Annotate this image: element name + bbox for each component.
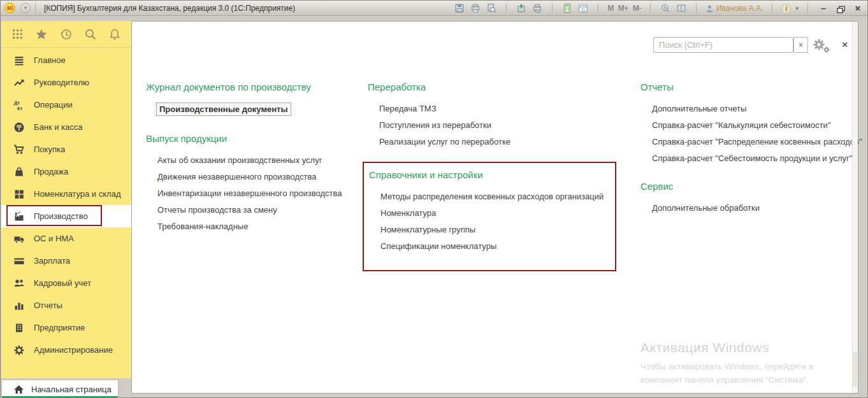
dt-kt-icon: ДтКт <box>13 99 25 111</box>
history-icon[interactable] <box>60 28 73 41</box>
panel-close-icon[interactable]: × <box>842 39 848 50</box>
divider <box>772 3 772 13</box>
search-input[interactable] <box>653 37 793 53</box>
user-name: Иванова А.А. <box>716 4 763 13</box>
menu-link[interactable]: Акты об оказании производственных услуг <box>146 152 342 169</box>
home-icon <box>13 385 24 394</box>
menu-lines-icon <box>13 55 25 66</box>
memory-store-button[interactable]: M <box>607 4 614 13</box>
home-page-tab[interactable]: Начальная страница <box>1 380 119 398</box>
menu-link[interactable]: Спецификации номенклатуры <box>369 238 609 255</box>
sidebar-item-sale[interactable]: Продажа <box>1 160 131 183</box>
menu-column-2: Переработка Передача ТМЗ Поступления из … <box>368 82 616 271</box>
highlighted-section-box: Справочники и настройки Методы распредел… <box>363 162 616 271</box>
menu-link[interactable]: Движения незавершенного производства <box>146 169 342 185</box>
sidebar-item-main[interactable]: Главное <box>1 49 131 71</box>
sidebar-item-operations[interactable]: ДтКт Операции <box>1 94 131 116</box>
divider <box>552 3 553 13</box>
menu-column-1: Журнал документов по производству Произв… <box>146 82 342 235</box>
svg-text:Кт: Кт <box>17 105 23 111</box>
scrollbar-thumb[interactable] <box>853 352 857 387</box>
link-list: Акты об оказании производственных услуг … <box>146 152 342 235</box>
close-button[interactable]: × <box>851 2 864 15</box>
info-icon[interactable]: i <box>781 4 791 13</box>
divider <box>506 3 507 13</box>
payment-card-icon <box>13 255 25 267</box>
sidebar-item-enterprise[interactable]: Предприятие <box>1 316 131 339</box>
favorites-star-icon[interactable] <box>35 28 48 41</box>
divider <box>598 3 598 13</box>
title-bar: 1С ▼ [КОПИЯ] Бухгалтерия для Казахстана,… <box>1 1 867 16</box>
menu-link[interactable]: Номенклатура <box>369 205 609 222</box>
menu-link[interactable]: Методы распределения косвенных расходов … <box>369 188 609 205</box>
search-clear-button[interactable]: × <box>793 37 808 53</box>
sidebar-item-bank-cash[interactable]: Банк и касса <box>1 116 131 138</box>
titlebar-toolbar: 31 M M+ M- Иванова А.А. i ▾ – <box>454 1 864 16</box>
sidebar-item-salary[interactable]: Зарплата <box>1 250 131 272</box>
import-data-icon[interactable] <box>516 3 527 14</box>
window-title: [КОПИЯ] Бухгалтерия для Казахстана, реда… <box>44 4 295 13</box>
zoom-icon[interactable] <box>660 3 671 14</box>
menu-link[interactable]: Справка-расчет "Распределение косвенных … <box>640 134 862 150</box>
sidebar-tools <box>1 21 131 48</box>
menu-link[interactable]: Дополнительные обработки <box>640 200 862 217</box>
apps-grid-icon[interactable] <box>11 28 24 40</box>
scrollbar[interactable] <box>852 22 858 393</box>
menu-link[interactable]: Номенклатурные группы <box>369 222 609 238</box>
section-heading: Сервис <box>640 181 862 192</box>
watermark-title: Активация Windows <box>640 340 813 355</box>
menu-link[interactable]: Справка-расчет "Калькуляция себестоимост… <box>640 117 862 134</box>
settings-gears-icon[interactable] <box>812 38 831 53</box>
bag-icon <box>13 166 25 178</box>
windows-activation-watermark: Активация Windows Чтобы активировать Win… <box>640 340 813 387</box>
sidebar-item-administration[interactable]: Администрирование <box>1 339 131 361</box>
batch-print-icon[interactable] <box>532 3 543 14</box>
link-list: Дополнительные обработки <box>640 200 862 217</box>
sidebar-item-production[interactable]: Производство <box>1 205 131 227</box>
menu-column-3: Отчеты Дополнительные отчеты Справка-рас… <box>640 82 862 217</box>
sidebar-item-hr[interactable]: Кадровый учет <box>1 272 131 294</box>
minimize-button[interactable]: – <box>817 2 830 15</box>
calculator-icon[interactable] <box>561 3 573 14</box>
menu-link-production-documents[interactable]: Производственные документы <box>156 103 291 116</box>
sidebar-item-os-nma[interactable]: ОС и НМА <box>1 227 131 250</box>
tenge-coin-icon <box>13 122 25 133</box>
main-menu-dropdown-icon[interactable]: ▼ <box>20 3 31 13</box>
home-tab-label: Начальная страница <box>31 385 112 394</box>
sidebar-item-purchase[interactable]: Покупка <box>1 138 131 160</box>
section-heading: Журнал документов по производству <box>146 82 342 92</box>
search-icon[interactable] <box>84 28 97 41</box>
watermark-line: компонент панели управления "Система". <box>640 373 813 387</box>
menu-link[interactable]: Требования-накладные <box>146 218 342 235</box>
menu-link[interactable]: Реализации услуг по переработке <box>368 134 616 150</box>
restore-button[interactable] <box>834 3 847 13</box>
sidebar-item-nomenclature-warehouse[interactable]: Номенклатура и склад <box>1 183 131 205</box>
menu-link[interactable]: Передача ТМЗ <box>368 101 616 117</box>
memory-plus-button[interactable]: M+ <box>618 4 628 13</box>
sidebar-item-manager[interactable]: Руководителю <box>1 71 131 94</box>
split-view-icon[interactable] <box>676 3 687 14</box>
print-icon[interactable] <box>470 3 481 14</box>
people-icon <box>13 278 25 289</box>
divider <box>35 3 36 13</box>
link-list: Дополнительные отчеты Справка-расчет "Ка… <box>640 101 862 167</box>
divider <box>696 3 697 13</box>
divider <box>807 3 808 13</box>
sidebar-item-reports[interactable]: Отчеты <box>1 294 131 316</box>
save-icon[interactable] <box>454 3 465 14</box>
chevron-down-icon[interactable]: ▾ <box>795 5 799 11</box>
notifications-bell-icon[interactable] <box>108 28 121 41</box>
1c-logo-icon[interactable]: 1С <box>4 3 15 13</box>
menu-link[interactable]: Инвентаризации незавершенного производст… <box>146 185 342 202</box>
print-preview-icon[interactable] <box>486 3 497 14</box>
menu-link[interactable]: Справка-расчет "Себестоимость продукции … <box>640 150 862 167</box>
section-heading: Выпуск продукции <box>146 133 342 144</box>
menu-link[interactable]: Отчеты производства за смену <box>146 202 342 218</box>
current-user-button[interactable]: Иванова А.А. <box>705 4 763 13</box>
menu-link[interactable]: Дополнительные отчеты <box>640 101 862 117</box>
calendar-icon[interactable]: 31 <box>577 3 589 14</box>
memory-minus-button[interactable]: M- <box>633 4 641 13</box>
user-icon <box>705 4 714 13</box>
blocks-icon <box>13 188 25 200</box>
menu-link[interactable]: Поступления из переработки <box>368 117 616 134</box>
